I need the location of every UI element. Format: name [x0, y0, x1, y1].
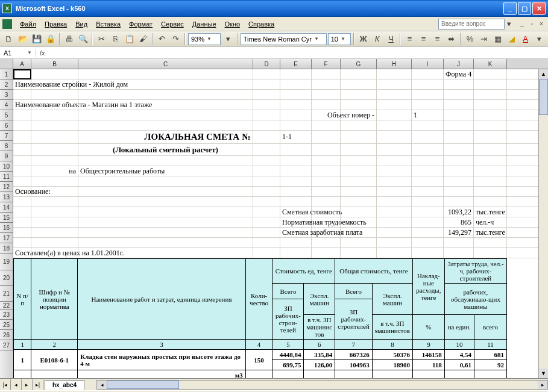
indent-button[interactable]: ⇥ [477, 33, 490, 46]
select-all-corner[interactable] [0, 59, 13, 69]
align-left-button[interactable]: ≡ [403, 33, 416, 46]
col-header[interactable]: H [377, 59, 412, 69]
scroll-thumb[interactable] [107, 381, 179, 389]
font-color-button[interactable]: A [519, 33, 532, 46]
fill-color-button[interactable]: ◢ [505, 33, 518, 46]
col-header[interactable]: K [474, 59, 507, 69]
col-header[interactable]: J [444, 59, 474, 69]
zoom-combo[interactable]: 93%▼ [188, 33, 221, 45]
row-header[interactable]: 16 [0, 223, 13, 233]
col-header[interactable]: A [13, 59, 31, 69]
cell-code[interactable]: Е0108-6-1 [31, 350, 78, 370]
cell[interactable]: 146158 [412, 350, 444, 360]
menu-data[interactable]: Данные [188, 19, 221, 29]
menu-tools[interactable]: Сервис [157, 19, 188, 29]
cell-unit[interactable]: м3 [78, 370, 245, 379]
cell[interactable]: 667326 [335, 350, 373, 360]
formatting-overflow-button[interactable]: ▾ [533, 33, 546, 46]
cell[interactable] [474, 370, 507, 379]
cut-button[interactable]: ✂ [95, 33, 108, 46]
cell[interactable]: 699,75 [272, 360, 304, 370]
save-button[interactable]: 💾 [30, 33, 43, 46]
scroll-up-icon[interactable]: ▲ [539, 69, 548, 79]
format-painter-button[interactable]: 🖌 [137, 33, 150, 46]
col-header[interactable]: G [341, 59, 377, 69]
scroll-right-icon[interactable]: ▸ [538, 381, 547, 389]
row-header[interactable]: 7 [0, 131, 13, 141]
tab-prev-icon[interactable]: ◂ [11, 379, 22, 390]
new-button[interactable]: 🗋 [2, 33, 15, 46]
menu-insert[interactable]: Вставка [92, 19, 125, 29]
cell[interactable]: 92 [474, 360, 507, 370]
italic-button[interactable]: К [371, 33, 383, 46]
menu-file[interactable]: Файл [16, 19, 40, 29]
cell[interactable] [412, 370, 444, 379]
row-header[interactable]: 20 [0, 270, 13, 286]
mdi-minimize-button[interactable]: _ [518, 20, 526, 28]
vertical-scrollbar[interactable]: ▲ ▼ [538, 69, 548, 378]
col-header[interactable]: F [312, 59, 341, 69]
row-header[interactable]: 2 [0, 79, 13, 90]
menu-view[interactable]: Вид [71, 19, 92, 29]
menu-edit[interactable]: Правка [40, 19, 71, 29]
row-header[interactable]: 19 [0, 254, 13, 270]
row-header[interactable]: 12 [0, 182, 13, 192]
merge-center-button[interactable]: ⬌ [445, 33, 458, 46]
row-header[interactable]: 10 [0, 161, 13, 172]
cell-n[interactable]: 1 [14, 350, 31, 370]
sheet-tab[interactable]: hx_abc4 [45, 380, 84, 390]
col-header[interactable]: C [78, 59, 253, 69]
row-header[interactable]: 9 [0, 151, 13, 161]
fontsize-combo[interactable]: 10▼ [328, 33, 351, 45]
horizontal-scrollbar[interactable]: ◂ ▸ [96, 380, 548, 390]
row-header[interactable]: 15 [0, 213, 13, 223]
bold-button[interactable]: Ж [357, 33, 370, 46]
align-center-button[interactable]: ≡ [417, 33, 430, 46]
currency-button[interactable]: % [464, 33, 476, 46]
scroll-thumb[interactable] [539, 79, 548, 115]
cell-name[interactable]: Кладка стен наружных простых при высоте … [78, 350, 245, 370]
tab-next-icon[interactable]: ▸ [22, 379, 33, 390]
row-header[interactable]: 22 [0, 302, 13, 310]
print-preview-button[interactable]: 🔍 [77, 33, 89, 46]
scroll-left-icon[interactable]: ◂ [97, 381, 107, 389]
row-header[interactable]: 21 [0, 286, 13, 302]
cell[interactable]: 4448,84 [272, 350, 304, 360]
borders-button[interactable]: ▦ [491, 33, 504, 46]
cell[interactable]: 104963 [335, 360, 373, 370]
row-header[interactable]: 5 [0, 110, 13, 120]
cell[interactable] [14, 370, 31, 379]
copy-button[interactable]: ⎘ [109, 33, 122, 46]
cell[interactable] [304, 370, 335, 379]
paste-button[interactable]: 📋 [123, 33, 136, 46]
row-header[interactable]: 1 [0, 69, 13, 79]
row-header[interactable]: 6 [0, 120, 13, 131]
cell-grid[interactable]: Форма 4 Наименование стройки - Жилой дом… [13, 69, 548, 378]
cell[interactable]: 4,54 [444, 350, 474, 360]
permission-button[interactable]: 🔒 [44, 33, 57, 46]
row-header[interactable]: 4 [0, 100, 13, 110]
close-button[interactable]: ✕ [532, 2, 546, 15]
col-header[interactable]: E [280, 59, 312, 69]
cell[interactable] [31, 370, 78, 379]
row-header[interactable]: 27 [0, 340, 13, 350]
align-right-button[interactable]: ≡ [431, 33, 444, 46]
row-header[interactable]: 18 [0, 243, 13, 254]
cell[interactable] [245, 370, 272, 379]
row-header[interactable]: 23 [0, 310, 13, 320]
row-header[interactable]: 8 [0, 141, 13, 151]
row-header[interactable]: 17 [0, 233, 13, 243]
maximize-button[interactable]: ▢ [518, 2, 531, 15]
col-header[interactable]: I [412, 59, 444, 69]
cell[interactable]: 0,61 [444, 360, 474, 370]
row-header[interactable]: 14 [0, 202, 13, 213]
redo-button[interactable]: ↷ [169, 33, 182, 46]
fx-icon[interactable]: fx [40, 49, 45, 57]
cell[interactable] [444, 370, 474, 379]
cell[interactable]: 50376 [372, 350, 412, 360]
underline-button[interactable]: Ч [385, 33, 397, 46]
cell-qty[interactable]: 150 [245, 350, 272, 370]
toolbar-overflow-button[interactable]: ▾ [222, 33, 235, 46]
mdi-close-button[interactable]: × [537, 20, 546, 28]
name-box[interactable]: A1▼ [0, 49, 36, 57]
